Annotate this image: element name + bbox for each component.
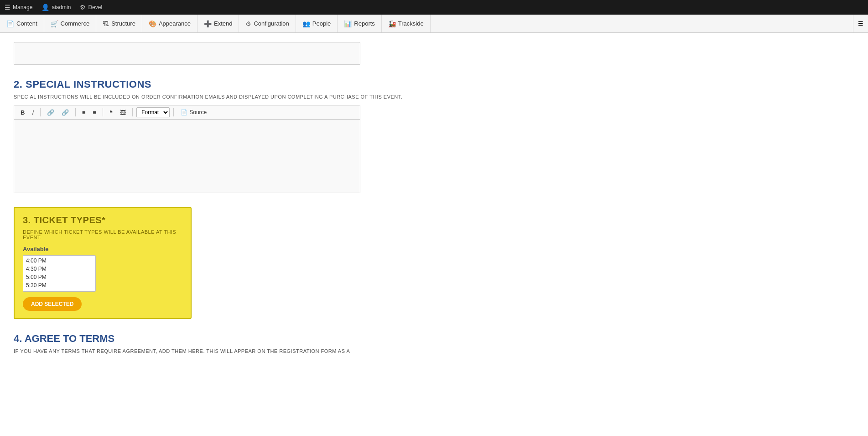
section-4-title: 4. AGREE TO TERMS: [14, 333, 488, 345]
bullet-list-button[interactable]: ≡: [79, 108, 88, 117]
list-item[interactable]: 5:30 PM: [24, 281, 94, 289]
devel-icon: ⚙: [80, 4, 86, 11]
bold-button[interactable]: B: [18, 108, 27, 117]
nav-reports-label: Reports: [354, 20, 375, 27]
trackside-icon: 🚂: [388, 20, 396, 27]
list-item[interactable]: 4:30 PM: [24, 265, 94, 273]
available-label: Available: [23, 246, 182, 252]
toolbar-divider-1: [40, 108, 41, 116]
source-icon: 📄: [181, 109, 187, 116]
admin-bar-manage[interactable]: ☰ Manage: [5, 4, 32, 11]
section-3: 3. TICKET TYPES* DEFINE WHICH TICKET TYP…: [14, 207, 192, 319]
toolbar-divider-3: [103, 108, 103, 116]
toolbar-divider-4: [132, 108, 133, 116]
nav-commerce-label: Commerce: [61, 20, 90, 27]
nav-people-label: People: [312, 20, 331, 27]
nav-appearance-label: Appearance: [159, 20, 191, 27]
add-selected-button[interactable]: ADD SELECTED: [23, 297, 82, 311]
nav-content-label: Content: [16, 20, 37, 27]
manage-icon: ☰: [5, 4, 10, 11]
top-editor-area: [14, 42, 360, 65]
link-button[interactable]: 🔗: [44, 108, 57, 117]
extend-icon: ➕: [204, 20, 212, 27]
section-2-description: SPECIAL INSTRUCTIONS WILL BE INCLUDED ON…: [14, 94, 488, 100]
manage-label: Manage: [13, 4, 32, 11]
format-select[interactable]: Format: [136, 107, 170, 117]
section-3-description: DEFINE WHICH TICKET TYPES WILL BE AVAILA…: [23, 229, 182, 240]
nav-people[interactable]: 👥 People: [296, 15, 338, 32]
numbered-list-button[interactable]: ≡: [90, 108, 99, 117]
nav-content[interactable]: 📄 Content: [0, 15, 44, 32]
nav-bar: 📄 Content 🛒 Commerce 🏗 Structure 🎨 Appea…: [0, 15, 868, 33]
nav-extend-label: Extend: [214, 20, 232, 27]
page-content: 2. SPECIAL INSTRUCTIONS SPECIAL INSTRUCT…: [0, 33, 502, 368]
appearance-icon: 🎨: [149, 20, 156, 27]
available-list[interactable]: 4:00 PM 4:30 PM 5:00 PM 5:30 PM: [23, 255, 96, 292]
unlink-button[interactable]: 🔗: [59, 108, 72, 117]
section-4: 4. AGREE TO TERMS IF YOU HAVE ANY TERMS …: [14, 333, 488, 354]
admin-bar-devel[interactable]: ⚙ Devel: [80, 4, 102, 11]
source-label: Source: [189, 109, 207, 116]
nav-structure[interactable]: 🏗 Structure: [96, 15, 142, 32]
user-icon: 👤: [42, 4, 49, 11]
nav-trackside[interactable]: 🚂 Trackside: [382, 15, 431, 32]
nav-configuration[interactable]: ⚙ Configuration: [239, 15, 296, 32]
section-4-description: IF YOU HAVE ANY TERMS THAT REQUIRE AGREE…: [14, 348, 488, 354]
section-3-title: 3. TICKET TYPES*: [23, 215, 182, 226]
section-2-title: 2. SPECIAL INSTRUCTIONS: [14, 79, 488, 90]
nav-commerce[interactable]: 🛒 Commerce: [44, 15, 97, 32]
toolbar-divider-2: [75, 108, 76, 116]
editor-toolbar: B I 🔗 🔗 ≡ ≡ ❝ 🖼 Format 📄 Source: [14, 105, 360, 120]
toolbar-divider-5: [173, 108, 174, 116]
nav-structure-label: Structure: [111, 20, 135, 27]
source-button[interactable]: 📄 Source: [177, 108, 210, 117]
nav-configuration-label: Configuration: [254, 20, 289, 27]
configuration-icon: ⚙: [245, 20, 251, 27]
people-icon: 👥: [302, 20, 310, 27]
section-2: 2. SPECIAL INSTRUCTIONS SPECIAL INSTRUCT…: [14, 79, 488, 193]
editor-body[interactable]: [14, 120, 360, 193]
aiadmin-label: aiadmin: [52, 4, 71, 11]
content-icon: 📄: [6, 20, 14, 27]
nav-appearance[interactable]: 🎨 Appearance: [142, 15, 198, 32]
commerce-icon: 🛒: [51, 20, 58, 27]
list-item[interactable]: 5:00 PM: [24, 273, 94, 281]
nav-right-icon[interactable]: ☰: [853, 15, 868, 32]
special-instructions-editor: B I 🔗 🔗 ≡ ≡ ❝ 🖼 Format 📄 Source: [14, 105, 360, 193]
nav-reports[interactable]: 📊 Reports: [338, 15, 382, 32]
list-item[interactable]: 4:00 PM: [24, 257, 94, 265]
devel-label: Devel: [88, 4, 102, 11]
nav-trackside-label: Trackside: [398, 20, 424, 27]
structure-icon: 🏗: [103, 20, 109, 27]
blockquote-button[interactable]: ❝: [107, 108, 115, 117]
admin-bar: ☰ Manage 👤 aiadmin ⚙ Devel: [0, 0, 868, 15]
italic-button[interactable]: I: [29, 108, 36, 117]
nav-collapse-icon: ☰: [858, 20, 863, 27]
nav-extend[interactable]: ➕ Extend: [198, 15, 239, 32]
admin-bar-aiadmin[interactable]: 👤 aiadmin: [42, 4, 71, 11]
image-button[interactable]: 🖼: [117, 108, 129, 117]
reports-icon: 📊: [344, 20, 352, 27]
